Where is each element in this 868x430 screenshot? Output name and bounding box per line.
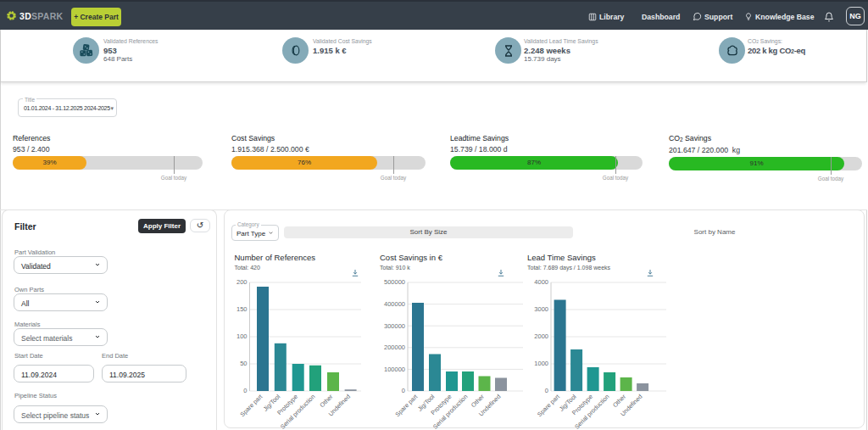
svg-text:Number of References: Number of References — [235, 253, 316, 262]
svg-text:200: 200 — [236, 278, 248, 286]
svg-text:400000: 400000 — [384, 300, 405, 308]
svg-text:1000: 1000 — [534, 360, 548, 367]
svg-text:500000: 500000 — [384, 278, 405, 286]
svg-text:150: 150 — [236, 305, 248, 313]
svg-text:Spare part: Spare part — [393, 393, 419, 418]
svg-text:Spare part: Spare part — [238, 393, 264, 418]
svg-text:3000: 3000 — [534, 305, 548, 313]
svg-text:Lead Time Savings: Lead Time Savings — [527, 253, 596, 262]
svg-text:Total: 7.689 days / 1.098 week: Total: 7.689 days / 1.098 weeks — [527, 265, 611, 271]
svg-text:100: 100 — [236, 332, 248, 340]
svg-text:Total: 910 k: Total: 910 k — [380, 265, 410, 271]
svg-text:100000: 100000 — [384, 366, 405, 373]
svg-text:200000: 200000 — [384, 343, 405, 351]
svg-text:Cost Savings in €: Cost Savings in € — [380, 253, 443, 262]
svg-text:0: 0 — [243, 387, 247, 394]
svg-text:4000: 4000 — [534, 278, 548, 286]
svg-text:Total: 420: Total: 420 — [235, 265, 260, 271]
svg-text:2000: 2000 — [534, 332, 548, 340]
svg-text:0: 0 — [545, 387, 548, 394]
svg-text:Spare part: Spare part — [536, 393, 561, 418]
svg-text:50: 50 — [240, 360, 247, 367]
svg-text:0: 0 — [402, 387, 405, 394]
svg-text:300000: 300000 — [384, 322, 405, 330]
